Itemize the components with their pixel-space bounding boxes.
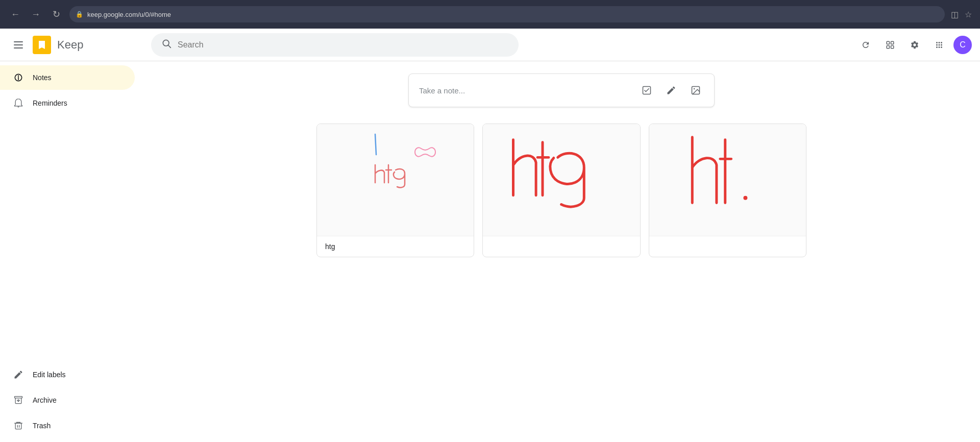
svg-point-13: [939, 44, 940, 45]
sidebar-item-reminders-label: Reminders: [33, 99, 67, 107]
note-drawing-1: [317, 124, 474, 236]
hamburger-button[interactable]: [8, 35, 29, 55]
svg-point-12: [936, 44, 938, 45]
browser-chrome: ← → ↻ 🔒 keep.google.com/u/0/#home ◫ ☆: [0, 0, 980, 29]
svg-rect-8: [891, 45, 894, 48]
edit-labels-icon: [12, 370, 24, 380]
bookmark-icon[interactable]: ☆: [965, 10, 972, 19]
cast-icon[interactable]: ◫: [951, 10, 959, 19]
image-note-button[interactable]: [688, 82, 704, 99]
svg-rect-23: [15, 423, 21, 429]
svg-point-16: [939, 46, 940, 48]
settings-button[interactable]: [904, 35, 925, 55]
back-button[interactable]: ←: [8, 7, 22, 21]
note-footer-3: [649, 236, 806, 249]
take-note-placeholder[interactable]: Take a note...: [419, 86, 639, 95]
note-footer-1: htg: [317, 236, 474, 257]
checkbox-note-button[interactable]: [639, 82, 655, 99]
app-logo: [33, 36, 51, 54]
browser-right-icons: ◫ ☆: [951, 10, 972, 19]
sidebar-item-notes-label: Notes: [33, 73, 52, 82]
content-area: Take a note...: [143, 61, 980, 442]
url-text: keep.google.com/u/0/#home: [87, 11, 171, 18]
svg-rect-0: [14, 41, 23, 42]
notes-icon: [12, 72, 24, 83]
take-note-box[interactable]: Take a note...: [408, 73, 715, 107]
search-input[interactable]: [178, 40, 508, 50]
header-left: Keep: [8, 35, 151, 55]
app-header: Keep: [0, 29, 980, 61]
main-layout: Notes Reminders Edit labels: [0, 61, 980, 442]
sidebar-item-trash-label: Trash: [33, 422, 51, 430]
drawing-note-button[interactable]: [663, 82, 679, 99]
header-right: C: [855, 35, 972, 55]
svg-point-19: [18, 75, 19, 77]
archive-icon: [12, 395, 24, 405]
svg-point-11: [941, 42, 942, 43]
svg-point-15: [936, 46, 938, 48]
note-footer-2: [483, 236, 640, 249]
apps-button[interactable]: [929, 35, 949, 55]
note-card-2[interactable]: [482, 124, 640, 257]
note-card-3[interactable]: [649, 124, 806, 257]
sidebar-item-edit-labels-label: Edit labels: [33, 371, 66, 379]
address-bar[interactable]: 🔒 keep.google.com/u/0/#home: [69, 6, 945, 22]
note-card-1[interactable]: htg: [316, 124, 474, 257]
forward-button[interactable]: →: [29, 7, 43, 21]
note-drawing-2: [483, 124, 640, 236]
svg-point-10: [939, 42, 940, 43]
sidebar-item-notes[interactable]: Notes: [0, 65, 135, 90]
svg-line-29: [375, 134, 376, 155]
refresh-button[interactable]: [855, 35, 876, 55]
reminders-icon: [12, 98, 24, 108]
svg-rect-7: [887, 45, 889, 48]
sidebar-item-edit-labels[interactable]: Edit labels: [0, 362, 135, 387]
note-drawing-3: [649, 124, 806, 236]
svg-line-4: [168, 45, 171, 48]
sidebar-item-archive-label: Archive: [33, 396, 57, 404]
svg-point-30: [743, 195, 747, 200]
search-bar[interactable]: [151, 33, 519, 57]
search-icon: [161, 38, 172, 51]
view-toggle-button[interactable]: [880, 35, 900, 55]
svg-point-28: [694, 88, 695, 90]
security-icon: 🔒: [76, 11, 83, 18]
sidebar-item-reminders[interactable]: Reminders: [0, 91, 135, 115]
svg-rect-6: [891, 41, 894, 44]
svg-rect-1: [14, 44, 23, 45]
svg-point-14: [941, 44, 942, 45]
trash-icon: [12, 421, 24, 431]
avatar[interactable]: C: [953, 36, 972, 54]
svg-point-9: [936, 42, 938, 43]
app-name: Keep: [57, 38, 83, 52]
svg-rect-5: [887, 41, 889, 44]
notes-grid: htg: [316, 124, 806, 257]
note-action-icons: [639, 82, 704, 99]
sidebar-item-trash[interactable]: Trash: [0, 413, 135, 438]
sidebar: Notes Reminders Edit labels: [0, 61, 143, 442]
svg-rect-21: [15, 397, 22, 398]
sidebar-item-archive[interactable]: Archive: [0, 388, 135, 412]
svg-point-17: [941, 46, 942, 48]
svg-rect-2: [14, 47, 23, 48]
reload-button[interactable]: ↻: [49, 7, 63, 21]
